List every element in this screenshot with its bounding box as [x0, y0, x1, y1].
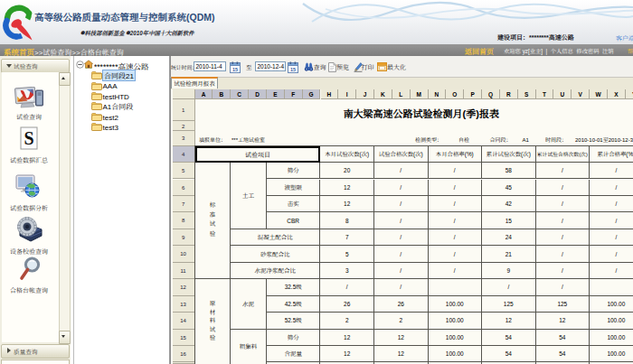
- svg-text:15: 15: [231, 67, 237, 72]
- svg-text:S: S: [24, 128, 33, 148]
- svg-text:15: 15: [289, 67, 295, 72]
